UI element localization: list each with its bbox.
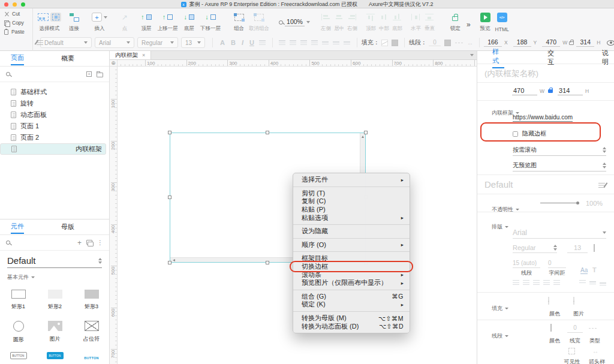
library-icon[interactable] (86, 240, 92, 245)
page-item[interactable]: 页面 1 (0, 121, 109, 132)
fill-color-swatch[interactable] (548, 297, 549, 305)
add-library-icon[interactable] (77, 239, 82, 246)
context-menu-item[interactable]: 粘贴选项▸ (293, 213, 410, 222)
hide-border-checkbox[interactable] (513, 131, 518, 137)
font-weight-select[interactable]: Regular (513, 244, 557, 253)
page-item[interactable]: 基础样式 (0, 86, 109, 98)
more-options-icon[interactable] (97, 240, 103, 246)
line-type-icon[interactable] (589, 328, 597, 329)
tab-pages[interactable]: 页面 (11, 53, 24, 64)
add-page-icon[interactable] (86, 71, 92, 77)
html-export-button[interactable]: HTML (495, 8, 509, 34)
tab-style[interactable]: 样式 (492, 47, 504, 67)
intersect-select-icon[interactable] (38, 13, 49, 21)
page-item[interactable]: 页面 2 (0, 132, 109, 143)
aspect-lock-icon[interactable] (548, 89, 553, 93)
fill-section-header[interactable]: 填充 (492, 305, 508, 312)
line-section-header[interactable]: 线段 (492, 332, 508, 340)
line-color-swatch[interactable] (550, 324, 552, 332)
w-field[interactable]: 470 (542, 38, 560, 47)
close-tab-icon[interactable] (142, 52, 145, 58)
widget-primary-button[interactable]: BUTTON主要按钮 (37, 350, 73, 364)
tab-widgets[interactable]: 元件 (11, 222, 24, 233)
group-button[interactable]: 组合 (234, 8, 244, 34)
font-size-select[interactable]: 13 (181, 37, 205, 48)
widget-name-input[interactable] (484, 69, 604, 78)
tab-note[interactable]: 说明 (602, 49, 614, 67)
style-preset-name[interactable]: Default (484, 179, 513, 189)
width-field[interactable]: 470 (512, 87, 537, 95)
y-field[interactable]: 188 (513, 38, 531, 47)
widget-placeholder[interactable]: 占位符 (73, 318, 110, 350)
style-preset-select[interactable]: Default (40, 37, 92, 48)
resize-handle-nw[interactable] (168, 131, 171, 134)
context-menu-item[interactable]: 选择元件▸ (293, 176, 410, 184)
bring-forward-button[interactable]: 上移一层 (158, 8, 178, 34)
height-field[interactable]: 314 (558, 87, 583, 95)
paste-button[interactable]: Paste (4, 29, 32, 35)
opacity-slider[interactable] (540, 203, 578, 203)
x-field[interactable]: 166 (484, 38, 502, 47)
arrow-style-icon[interactable] (592, 348, 598, 354)
context-menu-item[interactable]: 复制 (C) (293, 197, 410, 206)
line-height-field[interactable]: 15 (auto) (513, 260, 540, 268)
send-back-button[interactable]: 底层 (184, 8, 195, 34)
widget-rect2[interactable]: 矩形2 (37, 287, 73, 318)
resize-handle-sw[interactable] (168, 261, 171, 264)
library-select[interactable]: Default (7, 255, 102, 268)
scroll-mode-select[interactable]: 按需滚动 (513, 146, 606, 156)
insert-tool[interactable]: 插入 (92, 8, 107, 34)
tab-interaction[interactable]: 交互 (547, 49, 559, 67)
scroll-up-arrow-icon[interactable] (362, 136, 364, 138)
typography-section-header[interactable]: 排版 (492, 223, 508, 231)
context-menu-item[interactable]: 预览图片（仅限画布中显示）▸ (293, 279, 410, 287)
tab-outline[interactable]: 概要 (61, 54, 74, 63)
tab-list-chevron-icon[interactable] (470, 54, 474, 56)
zoom-value[interactable]: 100% (285, 18, 305, 26)
resize-handle-n[interactable] (266, 131, 269, 134)
preview-image-select[interactable]: 无预览图 (513, 161, 606, 172)
hide-border-row[interactable]: 隐藏边框 (513, 130, 546, 138)
copy-button[interactable]: Copy (4, 20, 32, 26)
widget-rect3[interactable]: 矩形3 (73, 287, 110, 318)
context-menu-item[interactable]: 框架目标 (293, 254, 410, 263)
widget-link-button[interactable]: BUTTON链接按钮 (73, 350, 110, 364)
context-menu-item[interactable]: 组合 (G)⌘G (293, 293, 410, 301)
widget-image[interactable]: 图片 (37, 318, 73, 350)
font-size-field[interactable]: 13 (567, 244, 588, 253)
context-menu-item[interactable]: 顺序 (O)▸ (293, 241, 410, 249)
widget-ellipse[interactable]: 圆形 (0, 318, 37, 350)
widget-rect1[interactable]: 矩形1 (0, 287, 37, 318)
scroll-left-arrow-icon[interactable] (173, 259, 175, 261)
tab-masters[interactable]: 母版 (61, 222, 74, 231)
line-width-field[interactable]: 0 (567, 324, 583, 333)
zoom-control[interactable]: 100% (279, 8, 310, 34)
frame-url-link[interactable]: https://www.baidu.com (513, 114, 573, 122)
add-folder-icon[interactable] (97, 73, 103, 77)
resize-handle-s[interactable] (266, 261, 269, 264)
context-menu-item[interactable]: 设为隐藏 (293, 227, 410, 236)
ruler-origin-icon[interactable] (110, 60, 118, 67)
context-menu-item[interactable]: 转换为动态面板 (D)⌥⇧⌘D (293, 322, 410, 330)
contain-select-toggle[interactable] (50, 13, 61, 22)
context-menu-item[interactable]: 转换为母版 (M)⌥⇧⌘M (293, 314, 410, 323)
context-menu-item[interactable]: 切换边框 (293, 263, 410, 271)
context-menu-item[interactable]: 粘贴 (P) (293, 206, 410, 214)
lock-button[interactable]: 锁定 (450, 8, 460, 34)
context-menu-item[interactable]: 剪切 (T) (293, 189, 410, 198)
text-transform-icon[interactable]: Aa (580, 267, 588, 274)
resize-handle-w[interactable] (168, 195, 171, 199)
visibility-eye-icon[interactable] (607, 40, 614, 46)
aspect-lock-icon[interactable] (569, 41, 574, 45)
font-weight-select[interactable]: Regular (137, 37, 178, 48)
widget-section-label[interactable]: 基本元件 (7, 273, 102, 281)
letter-spacing-field[interactable]: 0 (548, 260, 566, 268)
font-family-select[interactable]: Arial (95, 37, 134, 48)
send-backward-button[interactable]: 下移一层 (200, 8, 221, 34)
select-mode-tool[interactable]: 选择模式 (38, 8, 61, 34)
connect-tool[interactable]: 连接 (69, 8, 79, 34)
canvas-area[interactable]: 内联框架 100200300400500600700800 1002003004… (110, 51, 477, 364)
page-item[interactable]: 内联框架 (0, 143, 106, 155)
canvas-tab[interactable]: 内联框架 (110, 51, 151, 59)
h-field[interactable]: 314 (576, 38, 594, 47)
